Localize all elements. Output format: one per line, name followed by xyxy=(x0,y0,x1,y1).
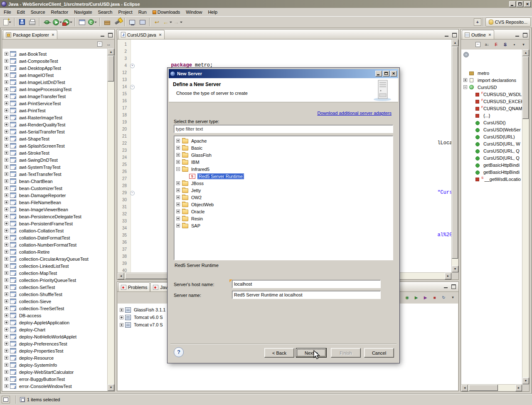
bottom-tab[interactable]: Problems xyxy=(118,282,150,291)
server-type-row[interactable]: Infrared5 xyxy=(174,165,393,173)
expand-icon[interactable] xyxy=(5,66,8,70)
outline-row[interactable]: F CURSUSD_EXCEP xyxy=(461,98,522,105)
project-row[interactable]: bean-CustomizerTest xyxy=(2,185,107,192)
tab-outline[interactable]: Outline ✕ xyxy=(462,30,494,39)
menu-item[interactable]: Project xyxy=(115,8,135,16)
project-row[interactable]: deploy-SystemInfo xyxy=(2,361,107,368)
expand-icon[interactable] xyxy=(5,137,8,141)
fold-marker-icon[interactable] xyxy=(129,232,135,239)
expand-icon[interactable] xyxy=(5,285,8,289)
outline-row[interactable]: CursUSD(URL, Q xyxy=(461,147,522,154)
tab-cursusd-java[interactable]: CursUSD.java ✕ xyxy=(118,30,165,39)
project-row[interactable]: DB-access xyxy=(2,312,107,319)
project-row[interactable]: collation-DateFormatTest xyxy=(2,234,107,241)
project-row[interactable]: collation-CollationTest xyxy=(2,227,107,234)
fold-marker-icon[interactable] xyxy=(129,217,135,225)
expand-icon[interactable] xyxy=(5,80,8,84)
project-row[interactable]: deploy-PreferencesTest xyxy=(2,340,107,347)
server-type-row[interactable]: Basic xyxy=(174,144,393,151)
expand-icon[interactable] xyxy=(176,195,180,199)
last-edit-location-icon[interactable] xyxy=(152,17,162,27)
print-icon[interactable] xyxy=(27,17,37,27)
scrollbar-thumb[interactable] xyxy=(108,56,114,81)
expand-icon[interactable] xyxy=(176,160,180,164)
menu-item[interactable]: Window xyxy=(183,8,205,16)
fold-marker-icon[interactable] xyxy=(129,48,135,55)
tab-package-explorer[interactable]: Package Explorer ✕ xyxy=(3,30,57,39)
menu-item[interactable]: Run xyxy=(135,8,150,16)
fold-marker-icon[interactable] xyxy=(129,239,135,246)
minimize-view-icon[interactable] xyxy=(514,32,520,37)
filters-gear-icon[interactable] xyxy=(463,52,469,57)
expand-icon[interactable] xyxy=(176,188,180,192)
servers-menu-icon[interactable] xyxy=(449,294,456,301)
fold-marker-icon[interactable] xyxy=(129,260,135,267)
dialog-close-button[interactable]: ✕ xyxy=(390,71,397,77)
expand-icon[interactable] xyxy=(5,264,8,268)
fold-marker-icon[interactable] xyxy=(129,69,135,76)
expand-icon[interactable] xyxy=(5,384,8,388)
expand-icon[interactable] xyxy=(5,59,8,63)
minimize-view-icon[interactable] xyxy=(443,284,449,289)
expand-icon[interactable] xyxy=(176,224,180,227)
menu-item[interactable]: Search xyxy=(95,8,116,16)
project-row[interactable]: deploy-Chart xyxy=(2,326,107,333)
editor-vscrollbar[interactable]: ▲ ▼ xyxy=(451,40,458,272)
project-row[interactable]: awt-SplashScreenTest xyxy=(2,142,107,149)
server-type-row[interactable]: Resin xyxy=(174,215,393,222)
run-icon[interactable] xyxy=(52,17,62,27)
outline-hscrollbar[interactable]: ◄ ► xyxy=(461,384,522,391)
project-row[interactable]: collation-NumberFormatTest xyxy=(2,241,107,248)
project-row[interactable]: error-ConsoleWindowTest xyxy=(2,383,107,390)
scroll-down-arrow[interactable]: ▼ xyxy=(452,266,458,272)
dialog-titlebar[interactable]: New Server ✕ xyxy=(169,69,398,78)
close-view-icon[interactable]: ✕ xyxy=(52,33,55,37)
project-row[interactable]: error-BuggyButtonTest xyxy=(2,375,107,383)
expand-icon[interactable] xyxy=(5,52,8,56)
outline-row[interactable]: F CURSUSD_QNAM xyxy=(461,105,522,112)
project-row[interactable]: awt-ShapeTest xyxy=(2,135,107,142)
new-wizard-icon[interactable] xyxy=(2,17,12,27)
project-row[interactable]: bean-FileNameBean xyxy=(2,199,107,206)
fold-marker-icon[interactable] xyxy=(129,225,135,232)
expand-icon[interactable] xyxy=(5,271,8,275)
menu-item[interactable]: Downloads xyxy=(150,8,183,16)
fold-marker-icon[interactable] xyxy=(129,90,135,97)
fold-marker-icon[interactable] xyxy=(129,253,135,260)
finish-button[interactable]: Finish xyxy=(331,348,361,358)
fast-view-icon[interactable] xyxy=(2,396,10,403)
project-row[interactable]: awt-RasterImageTest xyxy=(2,114,107,121)
fold-marker-icon[interactable] xyxy=(129,203,135,210)
expand-icon[interactable] xyxy=(5,158,8,162)
project-row[interactable]: collation-Retire xyxy=(2,248,107,255)
expand-icon[interactable] xyxy=(5,292,8,296)
menu-item[interactable]: Refactor xyxy=(48,8,71,16)
expand-icon[interactable] xyxy=(120,308,123,312)
hide-fields-icon[interactable] xyxy=(493,41,500,48)
back-button[interactable]: < Back xyxy=(264,348,294,358)
project-row[interactable]: awt-ImageProcessingTest xyxy=(2,86,107,93)
save-icon[interactable] xyxy=(17,17,27,27)
project-row[interactable]: bean-DamageReporter xyxy=(2,192,107,199)
expand-icon[interactable] xyxy=(5,207,8,211)
cancel-button[interactable]: Cancel xyxy=(364,348,394,358)
project-row[interactable]: collection-Sieve xyxy=(2,298,107,305)
expand-icon[interactable] xyxy=(5,109,8,112)
hide-nonpublic-icon[interactable] xyxy=(511,41,518,48)
dialog-maximize-button[interactable] xyxy=(383,71,389,77)
expand-icon[interactable] xyxy=(463,85,467,89)
servers-start-icon[interactable] xyxy=(413,294,420,301)
outline-row[interactable]: CursUSD() xyxy=(461,119,522,126)
expand-icon[interactable] xyxy=(5,144,8,148)
outline-row[interactable]: CursUSD(URL, W xyxy=(461,140,522,147)
sort-icon[interactable] xyxy=(483,41,490,48)
fold-marker-icon[interactable] xyxy=(129,104,135,111)
expand-icon[interactable] xyxy=(5,130,8,133)
project-row[interactable]: collection-CircularArrayQueueTest xyxy=(2,255,107,262)
expand-icon[interactable] xyxy=(5,94,8,98)
scroll-left-arrow[interactable]: ◄ xyxy=(461,385,468,391)
maximize-view-icon[interactable] xyxy=(450,284,456,289)
outline-row[interactable]: CursUSD(URL) xyxy=(461,133,522,140)
menu-item[interactable]: Source xyxy=(28,8,48,16)
project-row[interactable]: collection-ShuffleTest xyxy=(2,291,107,298)
